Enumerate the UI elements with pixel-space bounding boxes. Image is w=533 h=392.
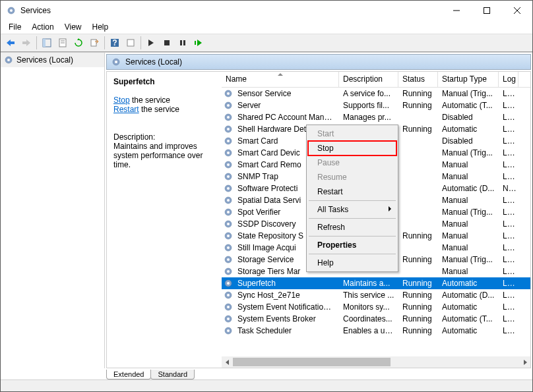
pause-service-button[interactable] (175, 36, 190, 50)
service-row[interactable]: Shared PC Account ManagerManages pr...Di… (222, 111, 530, 123)
cell-log: Loc (499, 267, 518, 276)
scroll-left-button[interactable] (222, 356, 233, 368)
ctx-properties[interactable]: Properties (308, 238, 396, 252)
svg-point-28 (227, 104, 230, 107)
tree-node-services-local[interactable]: Services (Local) (1, 53, 104, 67)
cell-name: System Event Notification S... (234, 302, 339, 312)
service-row[interactable]: SuperfetchMaintains a...RunningAutomatic… (222, 277, 530, 289)
status-bar (1, 379, 532, 391)
svg-point-34 (227, 140, 230, 142)
gear-icon (111, 57, 121, 67)
cell-log: Loc (499, 101, 518, 110)
services-list[interactable]: Name Description Status Startup Type Log… (222, 72, 530, 368)
svg-point-42 (227, 187, 230, 190)
show-hide-tree-button[interactable] (40, 36, 54, 50)
restart-service-button[interactable] (191, 36, 206, 50)
menu-help[interactable]: Help (87, 21, 114, 33)
properties-button[interactable] (55, 36, 70, 50)
cell-name: Superfetch (234, 279, 339, 288)
cell-startup: Automatic (438, 279, 499, 288)
column-log-on-as[interactable]: Log (499, 72, 518, 87)
ctx-help[interactable]: Help (308, 256, 396, 270)
close-button[interactable] (502, 1, 532, 20)
cell-name: Shared PC Account Manager (234, 113, 339, 122)
cell-description: This service ... (339, 291, 398, 300)
forward-button[interactable] (19, 36, 34, 50)
service-row[interactable]: System Events BrokerCoordinates...Runnin… (222, 313, 530, 325)
cell-startup: Manual (438, 160, 499, 169)
svg-point-22 (7, 59, 10, 61)
svg-point-44 (227, 199, 230, 202)
svg-point-66 (227, 329, 230, 332)
stop-service-link[interactable]: Stop (113, 96, 130, 105)
cell-status: Running (398, 101, 438, 110)
help-button[interactable]: ? (108, 36, 122, 50)
service-row[interactable]: Sync Host_2e71eThis service ...RunningAu… (222, 289, 530, 301)
cell-status: Running (398, 279, 438, 288)
service-row[interactable]: Task SchedulerEnables a us...RunningAuto… (222, 325, 530, 337)
cell-startup: Automatic (438, 302, 499, 312)
service-row[interactable]: Sensor ServiceA service fo...RunningManu… (222, 88, 530, 99)
menu-action[interactable]: Action (26, 21, 59, 33)
cell-log: Loc (499, 314, 518, 323)
column-name[interactable]: Name (222, 72, 339, 87)
column-status[interactable]: Status (398, 72, 438, 87)
cell-name: System Events Broker (234, 314, 339, 323)
cell-startup: Manual (438, 172, 499, 181)
restart-service-link[interactable]: Restart (113, 105, 139, 114)
menu-view[interactable]: View (59, 21, 87, 33)
toolbar-button[interactable] (123, 36, 138, 50)
tab-standard[interactable]: Standard (150, 370, 195, 379)
svg-point-38 (227, 163, 230, 166)
cell-startup: Manual (438, 219, 499, 229)
svg-rect-7 (22, 42, 27, 44)
ctx-refresh[interactable]: Refresh (308, 220, 396, 235)
service-row[interactable]: System Event Notification S...Monitors s… (222, 301, 530, 313)
scroll-thumb[interactable] (233, 358, 391, 366)
svg-point-48 (227, 223, 230, 225)
cell-log: Loc (499, 302, 518, 312)
cell-startup: Automatic (T... (438, 101, 499, 110)
svg-point-46 (227, 211, 230, 213)
selected-service-name: Superfetch (113, 77, 215, 86)
cell-status: Running (398, 314, 438, 323)
cell-description: A service fo... (339, 89, 398, 98)
refresh-button[interactable] (71, 36, 86, 50)
menu-bar: File Action View Help (1, 20, 532, 34)
cell-log: Loc (499, 160, 518, 169)
cell-log: Loc (499, 113, 518, 122)
console-tree[interactable]: Services (Local) (1, 53, 105, 368)
maximize-button[interactable] (472, 1, 502, 20)
menu-file[interactable]: File (3, 21, 26, 33)
cell-status: Running (398, 231, 438, 240)
export-button[interactable] (87, 36, 102, 50)
back-button[interactable] (3, 36, 18, 50)
start-service-button[interactable] (144, 36, 158, 50)
cell-name: Server (234, 101, 339, 110)
service-row[interactable]: ServerSupports fil...RunningAutomatic (T… (222, 99, 530, 111)
ctx-pause: Pause (308, 155, 396, 170)
tab-extended[interactable]: Extended (106, 370, 151, 379)
cell-status: Running (398, 326, 438, 335)
horizontal-scrollbar[interactable] (222, 356, 530, 368)
cell-startup: Automatic (438, 326, 499, 335)
minimize-button[interactable] (441, 1, 472, 20)
svg-point-52 (227, 246, 230, 249)
cell-status: Running (398, 302, 438, 312)
svg-rect-19 (183, 40, 185, 45)
cell-log: Loc (499, 172, 518, 181)
cell-description: Maintains a... (339, 279, 398, 288)
stop-service-button[interactable] (160, 36, 174, 50)
svg-point-32 (227, 128, 230, 130)
column-description[interactable]: Description (339, 72, 398, 87)
ctx-all-tasks[interactable]: All Tasks (308, 202, 396, 217)
cell-log: Loc (499, 291, 518, 300)
ctx-stop[interactable]: Stop (308, 141, 396, 155)
column-startup-type[interactable]: Startup Type (438, 72, 499, 87)
scroll-right-button[interactable] (519, 356, 530, 368)
cell-name: Task Scheduler (234, 326, 339, 335)
svg-point-64 (227, 318, 230, 320)
cell-description: Coordinates... (339, 314, 398, 323)
cell-log: Loc (499, 196, 518, 205)
ctx-restart[interactable]: Restart (308, 184, 396, 199)
